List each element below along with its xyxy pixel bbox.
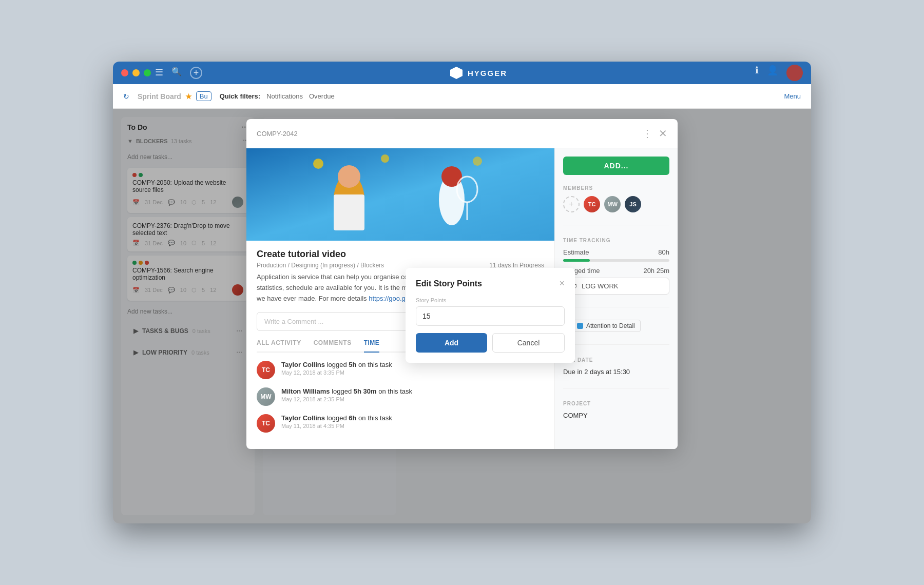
story-popup-cancel-button[interactable]: Cancel (492, 333, 565, 353)
traffic-lights (121, 69, 151, 76)
svg-point-8 (473, 157, 482, 166)
tab-comments[interactable]: COMMENTS (314, 339, 352, 353)
project-value: COMPY (563, 412, 669, 419)
add-icon[interactable]: + (190, 67, 202, 79)
user-icon[interactable]: 👤 (767, 65, 778, 81)
modal-close-button[interactable]: ✕ (659, 127, 667, 140)
members-section: MEMBERS + TC MW JS (563, 185, 669, 212)
activity-content-1: Milton Williams logged 5h 30m on this ta… (281, 387, 544, 402)
story-popup-add-button[interactable]: Add (416, 333, 487, 353)
activity-content-2: Taylor Collins logged 6h on this task Ma… (281, 414, 544, 429)
project-label: PROJECT (563, 401, 669, 406)
user-avatar[interactable] (786, 65, 803, 81)
time-tracking-section: TIME TRACKING Estimate 80h Logged time 2… (563, 238, 669, 295)
filter-overdue[interactable]: Overdue (309, 92, 335, 100)
add-member-button[interactable]: + (563, 196, 580, 212)
tag-item[interactable]: Attention to Detail (571, 320, 641, 332)
divider-3 (563, 344, 669, 345)
activity-text-1: Milton Williams logged 5h 30m on this ta… (281, 387, 544, 395)
modal-overlay: COMPY-2042 ⋮ ✕ (113, 109, 811, 523)
log-work-button[interactable]: ⏱ LOG WORK (563, 278, 669, 295)
title-bar-icons: ℹ 👤 (755, 65, 803, 81)
modal-image (246, 148, 554, 241)
modal-task-title: Create tutorial video (257, 249, 544, 260)
story-popup-close-button[interactable]: × (559, 278, 565, 289)
hamburger-icon[interactable]: ☰ (155, 67, 163, 79)
tab-time[interactable]: TIME (364, 339, 380, 353)
board-columns: To Do ⋯ ▼ BLOCKERS 13 tasks ⋯ Add new ta… (113, 109, 811, 523)
svg-point-5 (441, 166, 462, 187)
estimate-row: Estimate 80h (563, 248, 669, 256)
story-popup-header: Edit Story Points × (416, 278, 565, 289)
add-button[interactable]: ADD... (563, 157, 669, 175)
member-avatar-0[interactable]: TC (584, 196, 600, 212)
menu-button[interactable]: Menu (784, 92, 801, 100)
member-avatar-1[interactable]: MW (604, 196, 621, 212)
story-popup-title: Edit Story Points (416, 279, 482, 288)
story-popup-actions: Add Cancel (416, 333, 565, 353)
activity-time-1: May 12, 2018 at 2:35 PM (281, 396, 544, 402)
progress-bar (563, 259, 669, 262)
due-date-section: DUE DATE Due in 2 days at 15:30 (563, 357, 669, 376)
title-bar-center: HYGGER (206, 67, 751, 79)
progress-fill (563, 259, 590, 262)
members-label: MEMBERS (563, 185, 669, 191)
info-icon[interactable]: ℹ (755, 65, 759, 81)
due-date-value: Due in 2 days at 15:30 (563, 368, 669, 376)
activity-avatar-0: TC (257, 361, 275, 379)
board-tag: Bu (196, 91, 211, 101)
hygger-logo-icon (450, 67, 463, 79)
tab-all-activity[interactable]: ALL ACTIVITY (257, 339, 301, 353)
story-points-popup: Edit Story Points × Story Points Add Can… (406, 268, 575, 363)
close-button[interactable] (121, 69, 128, 76)
svg-rect-3 (334, 194, 364, 230)
member-avatar-2[interactable]: JS (625, 196, 641, 212)
svg-point-2 (338, 165, 360, 188)
activity-item-0: TC Taylor Collins logged 5h on this task (257, 361, 544, 379)
modal-header: COMPY-2042 ⋮ ✕ (246, 119, 678, 148)
modal-illustration (246, 148, 554, 241)
svg-rect-0 (246, 148, 554, 241)
tag-section: Attention to Detail (563, 320, 669, 332)
due-date-label: DUE DATE (563, 357, 669, 363)
activity-item-2: TC Taylor Collins logged 6h on this task (257, 414, 544, 433)
modal-more-icon[interactable]: ⋮ (642, 127, 652, 140)
activity-time-0: May 12, 2018 at 3:35 PM (281, 369, 544, 376)
star-icon[interactable]: ★ (185, 92, 192, 101)
svg-point-7 (381, 154, 389, 163)
minimize-button[interactable] (132, 69, 140, 76)
app-title: HYGGER (468, 69, 507, 77)
time-tracking-label: TIME TRACKING (563, 238, 669, 243)
members-row: + TC MW JS (563, 196, 669, 212)
divider-2 (563, 307, 669, 307)
refresh-icon[interactable]: ↻ (123, 92, 129, 101)
story-points-label: Story Points (416, 297, 565, 303)
activity-text-2: Taylor Collins logged 6h on this task (281, 414, 544, 422)
divider-1 (563, 225, 669, 225)
activity-avatar-2: TC (257, 414, 275, 433)
divider-4 (563, 388, 669, 388)
board-header: ↻ Sprint Board ★ Bu Quick filters: Notif… (113, 84, 811, 109)
title-bar-left: ☰ 🔍 + (155, 67, 202, 79)
activity-time-2: May 11, 2018 at 4:35 PM (281, 423, 544, 429)
activity-avatar-1: MW (257, 387, 275, 406)
quick-filters: Quick filters: Notifications Overdue (220, 92, 335, 100)
story-points-input[interactable] (416, 306, 565, 326)
title-bar: ☰ 🔍 + HYGGER ℹ 👤 (113, 62, 811, 84)
logged-row: Logged time 20h 25m (563, 267, 669, 275)
board-title: Sprint Board ★ Bu (138, 91, 211, 101)
project-section: PROJECT COMPY (563, 401, 669, 419)
activity-content-0: Taylor Collins logged 5h on this task Ma… (281, 361, 544, 376)
search-icon[interactable]: 🔍 (171, 67, 182, 79)
mac-window: ☰ 🔍 + HYGGER ℹ 👤 ↻ Sprint Board ★ Bu Qui… (113, 62, 811, 523)
modal-task-id: COMPY-2042 (257, 130, 298, 138)
filter-notifications[interactable]: Notifications (266, 92, 303, 100)
maximize-button[interactable] (144, 69, 151, 76)
activity-item-1: MW Milton Williams logged 5h 30m on this… (257, 387, 544, 406)
tag-color-dot (577, 323, 583, 329)
svg-point-6 (313, 159, 323, 169)
